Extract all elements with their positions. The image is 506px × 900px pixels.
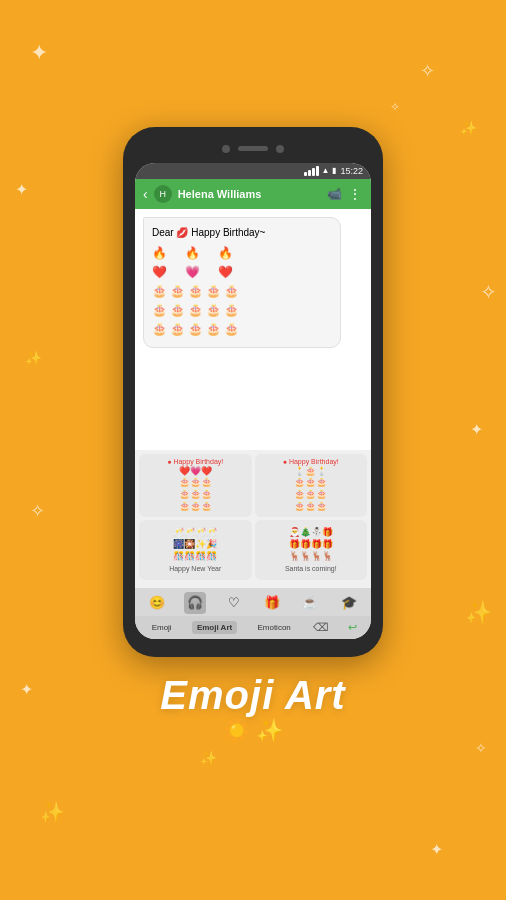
sparkle-2: ✨ (460, 120, 477, 136)
emoji-art-mini-1: ❤️💗❤️ 🎂🎂🎂 🎂🎂🎂 🎂🎂🎂 (179, 466, 212, 513)
phone-camera-2 (276, 145, 284, 153)
signal-bar-1 (304, 172, 307, 176)
emoji-art-mini-2: 🕯️🎂🕯️ 🎂🎂🎂 🎂🎂🎂 🎂🎂🎂 (294, 466, 327, 513)
sparkle-4: ✧ (480, 280, 497, 304)
sparkle-3: ✦ (15, 180, 28, 199)
video-call-icon[interactable]: 📹 (327, 187, 342, 201)
branding-title: Emoji Art (160, 673, 345, 718)
sparkle-11: ✨ (40, 800, 65, 824)
branding-subtitle-row: ☀️ ✨ (223, 718, 283, 744)
signal-bar-3 (312, 168, 315, 176)
tab-emoji-icon[interactable]: 😊 (146, 592, 168, 614)
tab-grad-icon[interactable]: 🎓 (338, 592, 360, 614)
phone-screen: ▲ ▮ 15:22 ‹ H Helena Williams 📹 ⋮ Dear 💋… (135, 163, 371, 639)
emoji-art-content: 🔥 🔥 🔥 ❤️ 💗 ❤️ 🎂🎂🎂🎂🎂 🎂🎂🎂🎂🎂 🎂🎂🎂🎂🎂 (152, 244, 332, 338)
phone-speaker (238, 146, 268, 151)
enter-key[interactable]: ↩ (346, 619, 359, 636)
signal-bar-4 (316, 166, 319, 176)
app-bar: ‹ H Helena Williams 📹 ⋮ (135, 179, 371, 209)
sparkle-7: ✧ (30, 500, 45, 522)
chat-bubble: Dear 💋 Happy Birthday~ 🔥 🔥 🔥 ❤️ 💗 ❤️ 🎂🎂🎂… (143, 217, 341, 348)
emoji-row-5: 🎂🎂🎂🎂🎂 (152, 320, 332, 338)
keyboard-tabs: 😊 🎧 ♡ 🎁 ☕ 🎓 (135, 588, 371, 616)
branding-sparkle-icon: ✨ (256, 718, 283, 744)
sparkle-14: ✨ (200, 750, 217, 766)
status-time: 15:22 (340, 166, 363, 176)
emoji-art-caption-4: Santa is coming! (285, 565, 337, 572)
emoji-row-2: ❤️ 💗 ❤️ (152, 263, 332, 281)
back-button[interactable]: ‹ (143, 186, 148, 202)
keyboard-labels: Emoji Emoji Art Emoticon ⌫ ↩ (135, 616, 371, 639)
sparkle-12: ✦ (430, 840, 443, 859)
emoji-art-item-3[interactable]: 🥂🥂🥂🥂 🎆🎇✨🎉 🎊🎊🎊🎊 Happy New Year (139, 520, 252, 580)
sparkle-6: ✦ (470, 420, 483, 439)
emoji-row-3: 🎂🎂🎂🎂🎂 (152, 282, 332, 300)
sparkle-9: ✦ (20, 680, 33, 699)
label-emoji-art[interactable]: Emoji Art (192, 621, 237, 634)
phone-device: ▲ ▮ 15:22 ‹ H Helena Williams 📹 ⋮ Dear 💋… (123, 127, 383, 657)
sparkle-0: ✦ (30, 40, 48, 66)
emoji-art-mini-3: 🥂🥂🥂🥂 🎆🎇✨🎉 🎊🎊🎊🎊 (173, 527, 217, 562)
emoji-art-grid: ● Happy Birthday! ❤️💗❤️ 🎂🎂🎂 🎂🎂🎂 🎂🎂🎂 ● Ha… (139, 454, 367, 580)
contact-avatar: H (154, 185, 172, 203)
sparkle-10: ✧ (475, 740, 487, 756)
label-emoticon[interactable]: Emoticon (252, 621, 295, 634)
emoji-art-panel: ● Happy Birthday! ❤️💗❤️ 🎂🎂🎂 🎂🎂🎂 🎂🎂🎂 ● Ha… (135, 450, 371, 588)
contact-name: Helena Williams (178, 188, 321, 200)
emoji-row-4: 🎂🎂🎂🎂🎂 (152, 301, 332, 319)
app-bar-actions: 📹 ⋮ (327, 186, 363, 202)
branding-sun-emoji: ☀️ (223, 718, 250, 744)
tab-gift-icon[interactable]: 🎁 (261, 592, 283, 614)
more-options-icon[interactable]: ⋮ (348, 186, 363, 202)
emoji-art-mini-4: 🎅🎄⛄🎁 🎁🎁🎁🎁 🦌🦌🦌🦌 (289, 527, 333, 562)
tab-heart-icon[interactable]: ♡ (223, 592, 245, 614)
tab-coffee-icon[interactable]: ☕ (299, 592, 321, 614)
status-bar: ▲ ▮ 15:22 (135, 163, 371, 179)
sparkle-5: ✨ (25, 350, 42, 366)
delete-key[interactable]: ⌫ (311, 619, 331, 636)
emoji-row-1: 🔥 🔥 🔥 (152, 244, 332, 262)
phone-top-bar (135, 139, 371, 159)
battery-icon: ▮ (332, 166, 336, 175)
emoji-art-item-4[interactable]: 🎅🎄⛄🎁 🎁🎁🎁🎁 🦌🦌🦌🦌 Santa is coming! (255, 520, 368, 580)
emoji-art-item-1[interactable]: ● Happy Birthday! ❤️💗❤️ 🎂🎂🎂 🎂🎂🎂 🎂🎂🎂 (139, 454, 252, 517)
wifi-icon: ▲ (322, 166, 330, 175)
tab-emoji-art-icon[interactable]: 🎧 (184, 592, 206, 614)
sparkle-8: ✨ (465, 600, 492, 626)
status-icons: ▲ ▮ (304, 166, 337, 176)
chat-message-header: Dear 💋 Happy Birthday~ (152, 226, 332, 240)
chat-area: Dear 💋 Happy Birthday~ 🔥 🔥 🔥 ❤️ 💗 ❤️ 🎂🎂🎂… (135, 209, 371, 450)
label-emoji[interactable]: Emoji (147, 621, 177, 634)
emoji-art-item-2[interactable]: ● Happy Birthday! 🕯️🎂🕯️ 🎂🎂🎂 🎂🎂🎂 🎂🎂🎂 (255, 454, 368, 517)
emoji-art-caption-3: Happy New Year (169, 565, 221, 572)
signal-bar-2 (308, 170, 311, 176)
sparkle-1: ✧ (420, 60, 435, 82)
phone-camera (222, 145, 230, 153)
sparkle-13: ✧ (390, 100, 400, 114)
branding-section: Emoji Art ☀️ ✨ (160, 673, 345, 744)
